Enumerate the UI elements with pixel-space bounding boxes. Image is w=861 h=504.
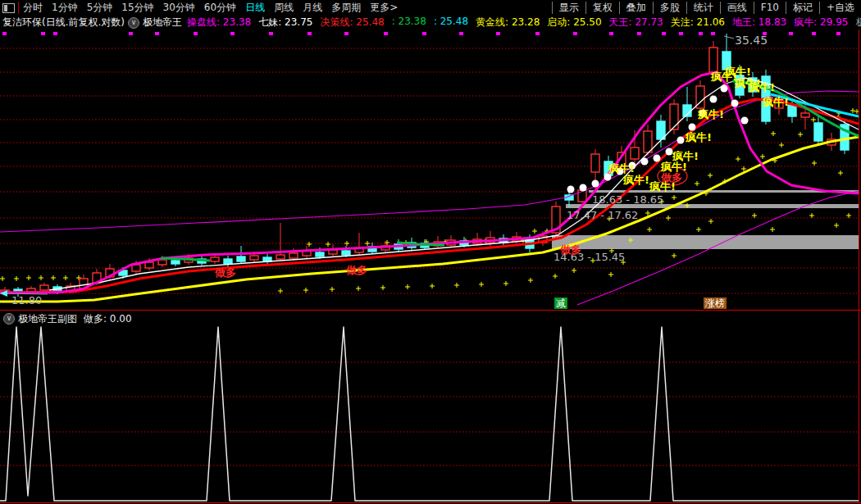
- period-tab-10[interactable]: 更多>: [370, 1, 398, 15]
- f10-button[interactable]: F10: [754, 2, 786, 14]
- bottom-border: [0, 502, 861, 503]
- overlay-button[interactable]: 叠加: [619, 2, 653, 14]
- collapse-icon[interactable]: ∨: [128, 17, 139, 29]
- main-chart-bottom-border: [0, 310, 861, 311]
- support-zone-layer: [552, 190, 859, 249]
- indicator-value-7: 天王: 27.73: [609, 16, 663, 30]
- indicator-value-0: 操盘线: 23.38: [187, 16, 251, 30]
- indicator-value-3: : 23.38: [392, 16, 426, 30]
- period-tab-7[interactable]: 周线: [274, 1, 294, 15]
- subchart-title: 极地帝王副图: [18, 312, 77, 326]
- trading-app-window: 分时1分钟5分钟15分钟30分钟60分钟日线周线月线多周期更多> 显示复权叠加多…: [0, 0, 861, 504]
- envelope-upper: [0, 91, 859, 232]
- adjust-button[interactable]: 复权: [585, 2, 619, 14]
- new-high-dots-layer: [2, 32, 840, 35]
- indicator-name: 极地帝王: [143, 16, 182, 30]
- display-button[interactable]: 显示: [552, 2, 585, 14]
- indicator-value-1: 七妹: 23.75: [258, 16, 312, 30]
- statistics-button[interactable]: 统计: [686, 2, 720, 14]
- main-chart-area[interactable]: 35.4518.63 - 18.6517.47 - 17.6214.63 - 1…: [0, 30, 861, 311]
- period-tabs: 分时1分钟5分钟15分钟30分钟60分钟日线周线月线多周期更多>: [23, 1, 398, 15]
- indicator-value-4: : 25.48: [434, 16, 468, 30]
- subchart-collapse-icon[interactable]: ∨: [3, 313, 15, 325]
- subchart-area[interactable]: [0, 325, 861, 502]
- period-tab-6[interactable]: 日线: [245, 1, 265, 15]
- period-tab-9[interactable]: 多周期: [331, 1, 361, 15]
- golden-line: [0, 137, 859, 302]
- period-tab-4[interactable]: 30分钟: [163, 1, 195, 15]
- decision-line: [0, 99, 859, 293]
- grid-layer: [0, 48, 859, 293]
- indicator-info-bar: 复洁环保(日线.前复权.对数) ∨ 极地帝王 操盘线: 23.38七妹: 23.…: [0, 16, 861, 30]
- indicator-value-8: 关注: 21.06: [671, 16, 725, 30]
- indicator-value-10: 疯牛: 29.95: [794, 16, 848, 30]
- window-icon[interactable]: [2, 3, 15, 13]
- period-tab-3[interactable]: 15分钟: [121, 1, 153, 15]
- signal-spikes-layer: [0, 327, 859, 501]
- draw-line-button[interactable]: 画线: [720, 2, 754, 14]
- indicator-values: 操盘线: 23.38七妹: 23.75决策线: 25.48: 23.38: 25…: [187, 16, 861, 30]
- subchart-value: 做多: 0.00: [84, 312, 132, 326]
- toolbar-separator: [18, 2, 19, 14]
- buy-circle-scribble: [658, 167, 687, 185]
- subchart-grid-layer: [0, 362, 859, 465]
- candles-layer: [1, 34, 849, 297]
- main-chart-canvas: [0, 30, 861, 311]
- subchart-header: ∨ 极地帝王副图 做多: 0.00: [0, 312, 861, 325]
- indicator-value-2: 决策线: 25.48: [320, 16, 384, 30]
- period-tab-5[interactable]: 60分钟: [204, 1, 236, 15]
- stock-title: 复洁环保(日线.前复权.对数): [2, 16, 125, 30]
- ma-lines-layer: [0, 72, 859, 305]
- period-tab-0[interactable]: 分时: [23, 1, 43, 15]
- multi-stock-button[interactable]: 多股: [653, 2, 686, 14]
- subchart-canvas: [0, 325, 861, 502]
- top-toolbar: 分时1分钟5分钟15分钟30分钟60分钟日线周线月线多周期更多> 显示复权叠加多…: [0, 0, 861, 16]
- add-watchlist-button[interactable]: +自选: [819, 2, 861, 14]
- period-tab-2[interactable]: 5分钟: [87, 1, 113, 15]
- indicator-value-9: 地王: 18.83: [732, 16, 786, 30]
- period-tab-1[interactable]: 1分钟: [52, 1, 78, 15]
- toolbar-right-buttons: 显示复权叠加多股统计画线F10标记+自选: [552, 0, 861, 16]
- indicator-value-5: 黄金线: 23.28: [476, 16, 540, 30]
- right-border: [859, 30, 859, 503]
- mark-button[interactable]: 标记: [786, 2, 819, 14]
- period-tab-8[interactable]: 月线: [303, 1, 322, 15]
- indicator-value-6: 启动: 25.50: [547, 16, 601, 30]
- indicator-value-11: 极地: 16.61: [855, 16, 861, 30]
